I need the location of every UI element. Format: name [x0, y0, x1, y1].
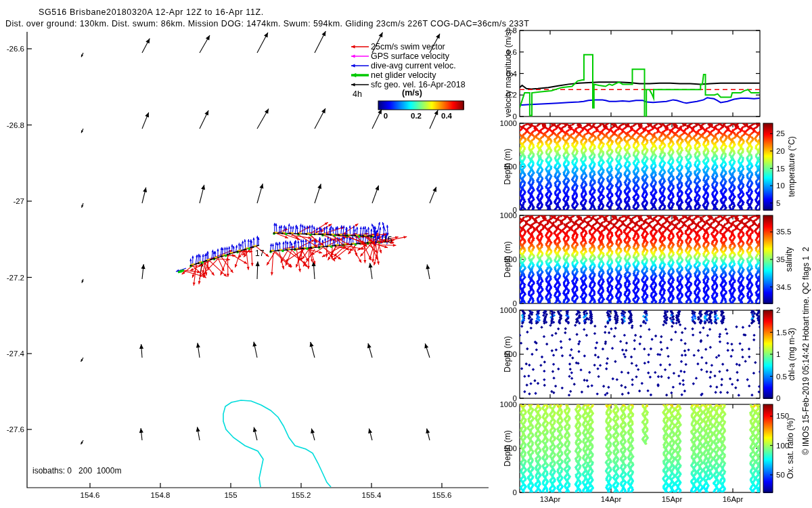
depth-ytick: 1000 — [499, 306, 517, 314]
date-xtick: 14Apr — [601, 495, 622, 503]
legend-colorbar-title: (m/s) — [402, 89, 422, 98]
colorbar-label-chl: chl-a (mg m-3) — [787, 328, 796, 381]
legend-item-gps-velocity: GPS surface velocity — [371, 52, 449, 61]
imos-watermark: © IMOS 15-Feb-2019 05:14:42 Hobart time.… — [801, 247, 811, 455]
depth-ytick: 0 — [513, 488, 517, 496]
date-xtick: 13Apr — [540, 495, 561, 503]
legend-colorbar-tick: 0 — [384, 112, 388, 120]
map-latitude-tick: -26.8 — [7, 121, 24, 129]
map-latitude-tick: -27.4 — [7, 350, 24, 358]
map-longitude-tick: 155.4 — [362, 491, 382, 499]
velocity-ytick: 0.6 — [506, 48, 517, 56]
depth-ytick: 1000 — [499, 211, 517, 219]
map-longitude-tick: 154.8 — [151, 491, 171, 499]
legend-colorbar-tick: 0.2 — [411, 112, 422, 120]
colorbar-tick: 0.5 — [776, 373, 787, 381]
velocity-ytick: 0.8 — [506, 26, 517, 35]
depth-ytick: 1000 — [499, 119, 517, 127]
colorbar-tick: 5 — [776, 199, 780, 207]
depth-ytick: 500 — [504, 163, 517, 171]
colorbar-tick: 20 — [776, 147, 785, 155]
depth-ytick: 500 — [504, 255, 517, 263]
legend-colorbar-tick: 0.4 — [441, 112, 452, 120]
date-xtick: 16Apr — [723, 495, 744, 503]
colorbar-tick: 1.5 — [776, 329, 787, 337]
colorbar-tick: 50 — [776, 471, 785, 479]
colorbar-tick: 150 — [776, 412, 789, 420]
dive-number-label-17: 17 — [255, 249, 264, 257]
map-longitude-tick: 155 — [224, 491, 237, 499]
depth-ytick: 1000 — [499, 400, 517, 408]
map-latitude-tick: -26.6 — [7, 45, 24, 53]
colorbar-tick: 2 — [776, 306, 780, 314]
page-title: SG516 Brisbane20180320A 12-Apr 12Z to 16… — [39, 8, 264, 17]
colorbar-tick: 25 — [776, 129, 785, 137]
legend-item-net-glider-velocity: net glider velocity — [371, 71, 436, 80]
colorbar-tick: 0 — [776, 394, 780, 402]
colorbar-tick: 34.5 — [776, 283, 791, 291]
legend-item-swim-vector: 25cm/s swim vector — [371, 43, 445, 51]
legend-item-dive-avg-current: dive-avg current veloc. — [371, 62, 456, 70]
map-longitude-tick: 154.6 — [81, 491, 100, 499]
map-longitude-tick: 155.2 — [292, 491, 311, 499]
dive-number-label-15: 15 — [383, 236, 392, 244]
velocity-ytick: 0.2 — [506, 91, 517, 99]
colorbar-tick: 15 — [776, 165, 785, 173]
depth-ytick: 500 — [504, 444, 517, 452]
colorbar-tick: 1 — [776, 350, 780, 358]
colorbar-tick: 10 — [776, 182, 785, 190]
colorbar-label-salinity: salinity — [784, 247, 794, 272]
colorbar-label-temperature: temperature (°C) — [787, 136, 796, 197]
depth-ytick: 500 — [504, 350, 517, 358]
colorbar-tick: 35.5 — [776, 228, 791, 236]
date-xtick: 15Apr — [662, 495, 683, 503]
colorbar-tick: 100 — [776, 442, 789, 450]
map-latitude-tick: -27 — [13, 197, 24, 205]
legend-duration-label: 4h — [353, 90, 362, 99]
map-latitude-tick: -27.2 — [7, 274, 24, 282]
map-longitude-tick: 155.6 — [432, 491, 452, 499]
colorbar-tick: 35 — [776, 255, 785, 263]
glider-mission-dashboard: SG516 Brisbane20180320A 12-Apr 12Z to 16… — [0, 0, 812, 508]
velocity-ytick: 0.4 — [506, 70, 517, 78]
mission-stats-subtitle: Dist. over ground: 130km. Dist. swum: 86… — [5, 20, 529, 28]
isobaths-note: isobaths: 0 200 1000m — [32, 467, 121, 475]
map-latitude-tick: -27.6 — [7, 425, 24, 433]
